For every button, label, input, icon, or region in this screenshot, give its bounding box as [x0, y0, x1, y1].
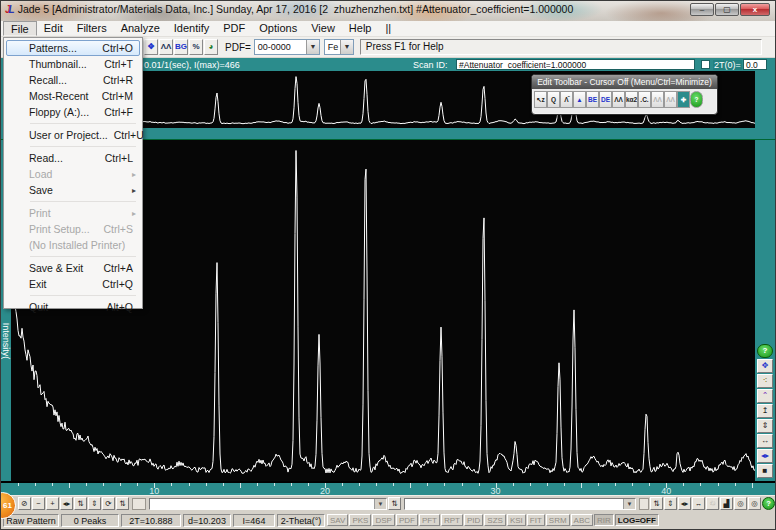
file-menu-item-thumbnail[interactable]: Thumbnail...Ctrl+T	[6, 56, 140, 72]
menu-filters[interactable]: Filters	[70, 21, 114, 36]
status-toggle-rir[interactable]: RIR	[594, 514, 614, 526]
dots-icon[interactable]: ⁖	[757, 374, 773, 388]
file-menu-item-save[interactable]: Save▸	[6, 182, 140, 198]
file-menu-item-patterns[interactable]: Patterns...Ctrl+O	[6, 40, 140, 56]
scale-h-icon[interactable]: ↔	[757, 434, 773, 448]
help-icon[interactable]: ?	[690, 91, 703, 108]
expand-icon[interactable]: ◂▸	[678, 497, 691, 510]
peak-dn-icon[interactable]: ΛΛ	[664, 91, 677, 108]
pdf-number-combo[interactable]: 00-0000 ▼	[254, 39, 320, 55]
spin-a-icon[interactable]: ⇅	[74, 497, 87, 510]
globe-icon[interactable]: ◕	[204, 39, 218, 55]
stretch-icon[interactable]: ↔	[692, 497, 705, 510]
status-toggle-pdf[interactable]: PDF	[396, 514, 418, 526]
file-menu-item-floppya[interactable]: Floppy (A:)...Ctrl+F	[6, 104, 140, 120]
zoom-icon[interactable]: Q	[547, 91, 560, 108]
peak-up-icon[interactable]: ΛΛ	[651, 91, 664, 108]
file-menu-item-quit[interactable]: QuitAlt+Q	[6, 299, 140, 315]
menu-edit[interactable]: Edit	[37, 21, 70, 36]
profile-peaks-icon[interactable]: ΛΛ	[612, 91, 625, 108]
menu-[interactable]: ||	[378, 21, 398, 36]
chevron-down-icon[interactable]: ▼	[306, 40, 319, 54]
tools-icon[interactable]: ♲	[706, 497, 719, 510]
edit-toolbar-window[interactable]: Edit Toolbar - Cursor Off (Menu/Ctrl=Min…	[531, 74, 718, 115]
status-toggle-rpt[interactable]: RPT	[441, 514, 463, 526]
pattern-combo-1[interactable]: ▼	[149, 498, 387, 510]
cursor-z-icon[interactable]: ↖z	[534, 91, 547, 108]
status-toggle-sav[interactable]: SAV	[327, 514, 348, 526]
menu-identify[interactable]: Identify	[167, 21, 216, 36]
spin-c-icon[interactable]: ⇅	[116, 497, 129, 510]
axis-tick	[530, 483, 531, 486]
status-toggle-abc[interactable]: ABC	[571, 514, 593, 526]
chevron-down-icon[interactable]: ▼	[374, 499, 386, 509]
no-zoom-icon[interactable]: ⊘	[18, 497, 31, 510]
file-menu-item-exit[interactable]: ExitCtrl+Q	[6, 276, 140, 292]
menu-options[interactable]: Options	[252, 21, 304, 36]
close-button[interactable]: x	[740, 3, 770, 16]
expand-h-icon[interactable]: ◂▸	[60, 497, 73, 510]
status-toggle-szs[interactable]: SZS	[484, 514, 506, 526]
de-edit-icon[interactable]: DE	[599, 91, 612, 108]
be-edit-icon[interactable]: BE	[586, 91, 599, 108]
combo-spin-icon[interactable]: ⇅	[388, 497, 401, 510]
circle-b-icon[interactable]: ◎	[748, 497, 761, 510]
axis-tick	[735, 483, 736, 486]
scan-id-input[interactable]: #Attenuator_coefficient=1.000000	[456, 59, 695, 70]
chevron-down-icon[interactable]: ▼	[340, 40, 353, 54]
pan-icon[interactable]: ✥	[757, 359, 773, 373]
bars-icon[interactable]: ▟	[720, 497, 733, 510]
status-toggle-dsp[interactable]: DSP	[372, 514, 394, 526]
refresh-icon[interactable]: ⟳	[102, 497, 115, 510]
help-icon[interactable]: ?	[757, 344, 773, 358]
chevron-down-icon[interactable]: ▼	[623, 499, 635, 509]
kalpha2-icon[interactable]: kα2	[625, 91, 638, 108]
expand-h-icon[interactable]: ◂▸	[757, 449, 773, 463]
anode-combo[interactable]: Fe ▼	[324, 39, 354, 55]
spin-e-icon[interactable]: ⇕	[664, 497, 677, 510]
menu-pdf[interactable]: PDF	[216, 21, 252, 36]
scale-top-icon[interactable]: ↥	[757, 404, 773, 418]
calibrate-icon[interactable]: .C.	[638, 91, 651, 108]
status-toggle-pft[interactable]: PFT	[419, 514, 440, 526]
file-menu-item-recall[interactable]: Recall...Ctrl+R	[6, 72, 140, 88]
stop-icon[interactable]: ■	[757, 464, 773, 478]
pan-axes-icon[interactable]: ✥	[144, 39, 158, 55]
status-toggle-pks[interactable]: PKS	[349, 514, 371, 526]
menu-view[interactable]: View	[304, 21, 342, 36]
minimize-button[interactable]: –	[690, 3, 714, 16]
menu-file[interactable]: File	[3, 21, 37, 36]
peak-limits-icon[interactable]: Λ̄	[560, 91, 573, 108]
status-toggle-srm[interactable]: SRM	[546, 514, 570, 526]
pattern-combo-2[interactable]: ▼	[404, 498, 636, 510]
maximize-button[interactable]: ▢	[715, 3, 739, 16]
axis-tick	[291, 483, 292, 486]
help-icon[interactable]: ?	[762, 497, 775, 510]
spin-b-icon[interactable]: ⇕	[88, 497, 101, 510]
spin-d-icon[interactable]: ⇅	[650, 497, 663, 510]
status-toggle-fit[interactable]: FIT	[527, 514, 545, 526]
status-toggle-logoff[interactable]: LOG=OFF	[615, 514, 659, 526]
zoom-in-icon[interactable]: +	[46, 497, 59, 510]
two-theta-zero-checkbox[interactable]	[701, 60, 710, 69]
two-theta-zero-input[interactable]: 0.0	[743, 59, 767, 70]
file-menu-item-userorproject[interactable]: User or Project...Ctrl+U	[6, 127, 140, 143]
peak-profile-icon[interactable]: ΛΛ	[159, 39, 173, 55]
menu-help[interactable]: Help	[342, 21, 379, 36]
zoom-out-icon[interactable]: −	[32, 497, 45, 510]
menu-analyze[interactable]: Analyze	[114, 21, 167, 36]
circle-a-icon[interactable]: ◎	[734, 497, 747, 510]
file-menu-item-read[interactable]: Read...Ctrl+L	[6, 150, 140, 166]
smoothing-icon[interactable]: %	[189, 39, 203, 55]
edit-toolbar-title[interactable]: Edit Toolbar - Cursor Off (Menu/Ctrl=Min…	[532, 75, 717, 89]
file-menu-item-saveexit[interactable]: Save & ExitCtrl+A	[6, 260, 140, 276]
axis-tick	[223, 483, 224, 486]
file-menu-item-mostrecent[interactable]: Most-RecentCtrl+M	[6, 88, 140, 104]
scale-v-icon[interactable]: ⇕	[757, 419, 773, 433]
filled-peaks-icon[interactable]: ▲	[573, 91, 586, 108]
status-toggle-ksi[interactable]: KSI	[507, 514, 526, 526]
chevron-up-icon[interactable]: ⌃	[757, 389, 773, 403]
status-toggle-pid[interactable]: PID	[464, 514, 483, 526]
dock-icon[interactable]: ✚	[677, 91, 690, 108]
background-icon[interactable]: BG	[174, 39, 188, 55]
